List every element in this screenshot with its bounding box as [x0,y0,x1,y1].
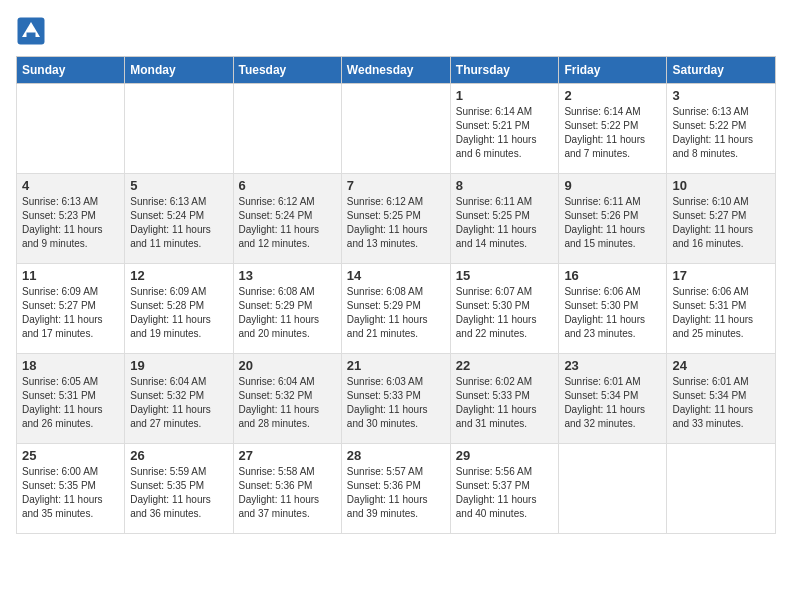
day-number: 21 [347,358,445,373]
day-header-thursday: Thursday [450,57,559,84]
logo [16,16,50,46]
day-info: Sunrise: 6:01 AMSunset: 5:34 PMDaylight:… [564,375,661,431]
day-info: Sunrise: 6:14 AMSunset: 5:22 PMDaylight:… [564,105,661,161]
day-info: Sunrise: 6:04 AMSunset: 5:32 PMDaylight:… [130,375,227,431]
calendar-cell: 26Sunrise: 5:59 AMSunset: 5:35 PMDayligh… [125,444,233,534]
day-number: 29 [456,448,554,463]
day-info: Sunrise: 6:07 AMSunset: 5:30 PMDaylight:… [456,285,554,341]
day-number: 10 [672,178,770,193]
calendar-cell: 7Sunrise: 6:12 AMSunset: 5:25 PMDaylight… [341,174,450,264]
calendar-cell: 21Sunrise: 6:03 AMSunset: 5:33 PMDayligh… [341,354,450,444]
day-number: 12 [130,268,227,283]
day-number: 16 [564,268,661,283]
calendar-cell: 11Sunrise: 6:09 AMSunset: 5:27 PMDayligh… [17,264,125,354]
calendar-cell: 23Sunrise: 6:01 AMSunset: 5:34 PMDayligh… [559,354,667,444]
day-info: Sunrise: 6:11 AMSunset: 5:25 PMDaylight:… [456,195,554,251]
day-number: 13 [239,268,336,283]
calendar-cell: 6Sunrise: 6:12 AMSunset: 5:24 PMDaylight… [233,174,341,264]
calendar-cell: 13Sunrise: 6:08 AMSunset: 5:29 PMDayligh… [233,264,341,354]
day-number: 24 [672,358,770,373]
day-info: Sunrise: 5:56 AMSunset: 5:37 PMDaylight:… [456,465,554,521]
day-header-sunday: Sunday [17,57,125,84]
calendar-cell [125,84,233,174]
calendar-cell: 22Sunrise: 6:02 AMSunset: 5:33 PMDayligh… [450,354,559,444]
logo-icon [16,16,46,46]
day-info: Sunrise: 6:01 AMSunset: 5:34 PMDaylight:… [672,375,770,431]
week-row-5: 25Sunrise: 6:00 AMSunset: 5:35 PMDayligh… [17,444,776,534]
day-number: 27 [239,448,336,463]
day-number: 18 [22,358,119,373]
calendar-cell: 16Sunrise: 6:06 AMSunset: 5:30 PMDayligh… [559,264,667,354]
day-header-wednesday: Wednesday [341,57,450,84]
day-info: Sunrise: 6:00 AMSunset: 5:35 PMDaylight:… [22,465,119,521]
day-number: 17 [672,268,770,283]
calendar-cell: 1Sunrise: 6:14 AMSunset: 5:21 PMDaylight… [450,84,559,174]
calendar-cell: 14Sunrise: 6:08 AMSunset: 5:29 PMDayligh… [341,264,450,354]
day-number: 7 [347,178,445,193]
calendar-cell: 24Sunrise: 6:01 AMSunset: 5:34 PMDayligh… [667,354,776,444]
calendar-cell: 18Sunrise: 6:05 AMSunset: 5:31 PMDayligh… [17,354,125,444]
day-number: 1 [456,88,554,103]
day-number: 4 [22,178,119,193]
day-info: Sunrise: 6:12 AMSunset: 5:24 PMDaylight:… [239,195,336,251]
calendar-cell [667,444,776,534]
day-number: 2 [564,88,661,103]
week-row-1: 1Sunrise: 6:14 AMSunset: 5:21 PMDaylight… [17,84,776,174]
day-info: Sunrise: 6:03 AMSunset: 5:33 PMDaylight:… [347,375,445,431]
day-header-tuesday: Tuesday [233,57,341,84]
calendar-cell [233,84,341,174]
calendar-cell: 19Sunrise: 6:04 AMSunset: 5:32 PMDayligh… [125,354,233,444]
day-header-friday: Friday [559,57,667,84]
day-number: 23 [564,358,661,373]
calendar-cell: 20Sunrise: 6:04 AMSunset: 5:32 PMDayligh… [233,354,341,444]
calendar-cell: 4Sunrise: 6:13 AMSunset: 5:23 PMDaylight… [17,174,125,264]
day-number: 20 [239,358,336,373]
calendar-cell: 27Sunrise: 5:58 AMSunset: 5:36 PMDayligh… [233,444,341,534]
day-info: Sunrise: 6:04 AMSunset: 5:32 PMDaylight:… [239,375,336,431]
day-info: Sunrise: 6:08 AMSunset: 5:29 PMDaylight:… [347,285,445,341]
page-header [16,16,776,46]
week-row-2: 4Sunrise: 6:13 AMSunset: 5:23 PMDaylight… [17,174,776,264]
day-info: Sunrise: 6:14 AMSunset: 5:21 PMDaylight:… [456,105,554,161]
day-info: Sunrise: 6:09 AMSunset: 5:27 PMDaylight:… [22,285,119,341]
calendar-cell [17,84,125,174]
day-info: Sunrise: 6:06 AMSunset: 5:31 PMDaylight:… [672,285,770,341]
day-info: Sunrise: 6:05 AMSunset: 5:31 PMDaylight:… [22,375,119,431]
calendar-cell [341,84,450,174]
calendar-cell: 8Sunrise: 6:11 AMSunset: 5:25 PMDaylight… [450,174,559,264]
day-info: Sunrise: 6:12 AMSunset: 5:25 PMDaylight:… [347,195,445,251]
day-number: 9 [564,178,661,193]
calendar-cell: 25Sunrise: 6:00 AMSunset: 5:35 PMDayligh… [17,444,125,534]
calendar-cell: 9Sunrise: 6:11 AMSunset: 5:26 PMDaylight… [559,174,667,264]
calendar-cell: 10Sunrise: 6:10 AMSunset: 5:27 PMDayligh… [667,174,776,264]
calendar-cell [559,444,667,534]
day-number: 22 [456,358,554,373]
day-number: 28 [347,448,445,463]
day-info: Sunrise: 6:10 AMSunset: 5:27 PMDaylight:… [672,195,770,251]
day-number: 8 [456,178,554,193]
calendar-cell: 2Sunrise: 6:14 AMSunset: 5:22 PMDaylight… [559,84,667,174]
day-header-monday: Monday [125,57,233,84]
day-info: Sunrise: 5:58 AMSunset: 5:36 PMDaylight:… [239,465,336,521]
calendar-header: SundayMondayTuesdayWednesdayThursdayFrid… [17,57,776,84]
day-info: Sunrise: 6:06 AMSunset: 5:30 PMDaylight:… [564,285,661,341]
day-info: Sunrise: 6:13 AMSunset: 5:23 PMDaylight:… [22,195,119,251]
day-info: Sunrise: 6:08 AMSunset: 5:29 PMDaylight:… [239,285,336,341]
day-info: Sunrise: 5:57 AMSunset: 5:36 PMDaylight:… [347,465,445,521]
day-header-saturday: Saturday [667,57,776,84]
day-info: Sunrise: 6:11 AMSunset: 5:26 PMDaylight:… [564,195,661,251]
day-number: 26 [130,448,227,463]
calendar-body: 1Sunrise: 6:14 AMSunset: 5:21 PMDaylight… [17,84,776,534]
week-row-3: 11Sunrise: 6:09 AMSunset: 5:27 PMDayligh… [17,264,776,354]
calendar-cell: 12Sunrise: 6:09 AMSunset: 5:28 PMDayligh… [125,264,233,354]
day-info: Sunrise: 6:09 AMSunset: 5:28 PMDaylight:… [130,285,227,341]
day-number: 11 [22,268,119,283]
week-row-4: 18Sunrise: 6:05 AMSunset: 5:31 PMDayligh… [17,354,776,444]
svg-rect-2 [27,33,36,39]
header-row: SundayMondayTuesdayWednesdayThursdayFrid… [17,57,776,84]
calendar-cell: 17Sunrise: 6:06 AMSunset: 5:31 PMDayligh… [667,264,776,354]
calendar-table: SundayMondayTuesdayWednesdayThursdayFrid… [16,56,776,534]
day-number: 25 [22,448,119,463]
day-number: 5 [130,178,227,193]
day-info: Sunrise: 6:13 AMSunset: 5:24 PMDaylight:… [130,195,227,251]
